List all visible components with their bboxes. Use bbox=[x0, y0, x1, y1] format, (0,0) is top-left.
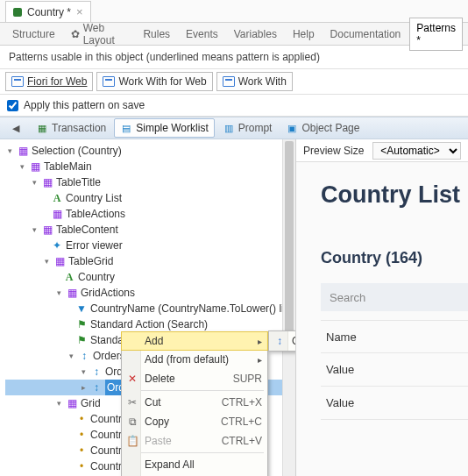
copy-icon: ⧉ bbox=[125, 416, 139, 428]
order-icon: ↕ bbox=[90, 366, 103, 378]
tree-node-selection[interactable]: ▾▦Selection (Country) bbox=[5, 143, 295, 159]
menu-copy[interactable]: ⧉CopyCTRL+C bbox=[122, 412, 267, 431]
submenu-add: ↕Order bbox=[268, 330, 296, 352]
preview-size-label: Preview Size bbox=[303, 145, 364, 157]
scrollbar-thumb[interactable] bbox=[285, 141, 294, 334]
cut-icon: ✂ bbox=[125, 396, 139, 409]
preview-subheading: Country (164) bbox=[321, 249, 468, 267]
collapse-icon[interactable]: ▾ bbox=[18, 162, 26, 171]
tree-node-tablemain[interactable]: ▾▦TableMain bbox=[5, 159, 295, 174]
tree-scrollbar[interactable] bbox=[282, 139, 295, 476]
toolbar-prompt[interactable]: ▥Prompt bbox=[216, 118, 279, 138]
tab-structure[interactable]: Structure bbox=[5, 24, 62, 45]
grid-icon: ▦ bbox=[66, 287, 78, 299]
prompt-icon: ▥ bbox=[223, 122, 235, 134]
grid-icon: ▦ bbox=[53, 255, 66, 267]
menu-delete[interactable]: ✕DeleteSUPR bbox=[122, 369, 267, 388]
preview-row-value: Value bbox=[321, 353, 468, 387]
menu-add[interactable]: Add bbox=[121, 331, 268, 351]
tree-node-tablegrid[interactable]: ▾▦TableGrid bbox=[5, 253, 295, 269]
menu-expand-all[interactable]: Expand All bbox=[122, 455, 267, 474]
grid-icon: ▦ bbox=[29, 160, 41, 173]
menu-cut[interactable]: ✂CutCTRL+X bbox=[122, 393, 267, 412]
apply-pattern-label: Apply this pattern on save bbox=[24, 99, 145, 111]
toolbar-prev[interactable]: ◀ bbox=[4, 118, 28, 138]
pattern-icon bbox=[11, 76, 24, 87]
tree-node-gridactions[interactable]: ▾▦GridActions bbox=[5, 285, 295, 301]
document-tab-title: Country * bbox=[27, 6, 71, 18]
submenu-add-order[interactable]: ↕Order bbox=[269, 331, 296, 351]
transaction-icon: ▦ bbox=[36, 122, 48, 134]
pattern-fiori-for-web[interactable]: Fiori for Web bbox=[5, 72, 93, 91]
toolbar-object-page[interactable]: ▣Object Page bbox=[280, 118, 365, 138]
collapse-icon[interactable]: ▾ bbox=[79, 367, 88, 376]
pattern-work-with[interactable]: Work With bbox=[216, 72, 293, 91]
collapse-icon[interactable]: ▾ bbox=[54, 288, 63, 297]
flag-icon: ⚑ bbox=[75, 334, 88, 346]
collapse-icon[interactable]: ▾ bbox=[67, 352, 75, 360]
chevron-left-icon: ◀ bbox=[10, 122, 22, 134]
attribute-icon: • bbox=[75, 460, 88, 472]
filter-icon: ▼ bbox=[75, 302, 88, 315]
preview-col-name: Name bbox=[321, 320, 468, 353]
toolbar-transaction[interactable]: ▦Transaction bbox=[30, 118, 112, 138]
tab-variables[interactable]: Variables bbox=[227, 24, 284, 45]
apply-pattern-checkbox[interactable] bbox=[7, 100, 18, 111]
preview-row-value: Value bbox=[321, 387, 468, 420]
grid-icon: ▦ bbox=[66, 397, 78, 409]
grid-icon: ▦ bbox=[41, 224, 53, 236]
order-icon: ↕ bbox=[90, 381, 103, 394]
attribute-icon: • bbox=[75, 429, 88, 441]
tab-rules[interactable]: Rules bbox=[136, 24, 177, 45]
section-tabs: Structure ✿Web Layout Rules Events Varia… bbox=[0, 23, 468, 46]
pattern-work-with-for-web[interactable]: Work With for Web bbox=[96, 72, 212, 91]
text-icon: A bbox=[51, 192, 63, 204]
error-viewer-icon: ✦ bbox=[51, 239, 63, 252]
collapse-icon[interactable]: ▾ bbox=[54, 399, 63, 408]
flower-icon: ✿ bbox=[71, 28, 80, 40]
transaction-icon bbox=[13, 8, 22, 17]
delete-icon: ✕ bbox=[125, 373, 139, 385]
tree-node-tabletitle[interactable]: ▾▦TableTitle bbox=[5, 174, 295, 190]
grid-icon: ▦ bbox=[51, 208, 63, 220]
collapse-icon[interactable]: ▾ bbox=[30, 225, 39, 234]
grid-icon: ▦ bbox=[17, 145, 29, 157]
object-page-icon: ▣ bbox=[286, 122, 298, 134]
tree-node-country-list[interactable]: ACountry List bbox=[5, 190, 295, 206]
paste-icon: 📋 bbox=[125, 435, 139, 447]
tab-documentation[interactable]: Documentation bbox=[323, 24, 408, 45]
grid-icon: ▦ bbox=[41, 176, 53, 188]
expand-icon[interactable]: ▸ bbox=[79, 383, 88, 392]
order-icon: ↕ bbox=[78, 350, 90, 362]
tab-web-layout[interactable]: ✿Web Layout bbox=[64, 18, 135, 51]
text-icon: A bbox=[63, 271, 75, 283]
tab-help[interactable]: Help bbox=[286, 24, 322, 45]
tree-node-error-viewer[interactable]: ✦Error viewer bbox=[5, 238, 295, 253]
attribute-icon: • bbox=[75, 413, 88, 425]
order-icon: ↕ bbox=[273, 335, 287, 347]
tree-node-country[interactable]: ACountry bbox=[5, 269, 295, 285]
collapse-icon[interactable]: ▾ bbox=[30, 178, 39, 187]
pattern-icon bbox=[223, 76, 235, 87]
tab-patterns[interactable]: Patterns * bbox=[409, 18, 463, 51]
collapse-icon[interactable]: ▾ bbox=[42, 257, 51, 266]
preview-search-input[interactable]: Search bbox=[321, 283, 468, 311]
preview-title: Country List bbox=[321, 181, 468, 209]
preview-size-select[interactable]: <Automatic> bbox=[372, 142, 461, 160]
toolbar-simple-worklist[interactable]: ▤Simple Worklist bbox=[114, 118, 214, 138]
worklist-icon: ▤ bbox=[120, 122, 132, 134]
pattern-icon bbox=[103, 76, 115, 87]
tree-node-tableactions[interactable]: ▦TableActions bbox=[5, 206, 295, 222]
collapse-icon[interactable]: ▾ bbox=[5, 146, 14, 155]
menu-add-from-default[interactable]: Add (from default) bbox=[122, 350, 267, 369]
tree-node-std-search[interactable]: ⚑Standard Action (Search) bbox=[5, 316, 295, 332]
tree-node-tablecontent[interactable]: ▾▦TableContent bbox=[5, 222, 295, 238]
menu-paste: 📋PasteCTRL+V bbox=[122, 431, 267, 451]
flag-icon: ⚑ bbox=[75, 318, 88, 330]
tab-events[interactable]: Events bbox=[179, 24, 225, 45]
attribute-icon: • bbox=[75, 444, 88, 457]
tree-node-countryname-filter[interactable]: ▼CountryName (CountryName.ToLower() lik bbox=[5, 301, 295, 316]
context-menu: Add Add (from default) ✕DeleteSUPR ✂CutC… bbox=[121, 331, 268, 476]
